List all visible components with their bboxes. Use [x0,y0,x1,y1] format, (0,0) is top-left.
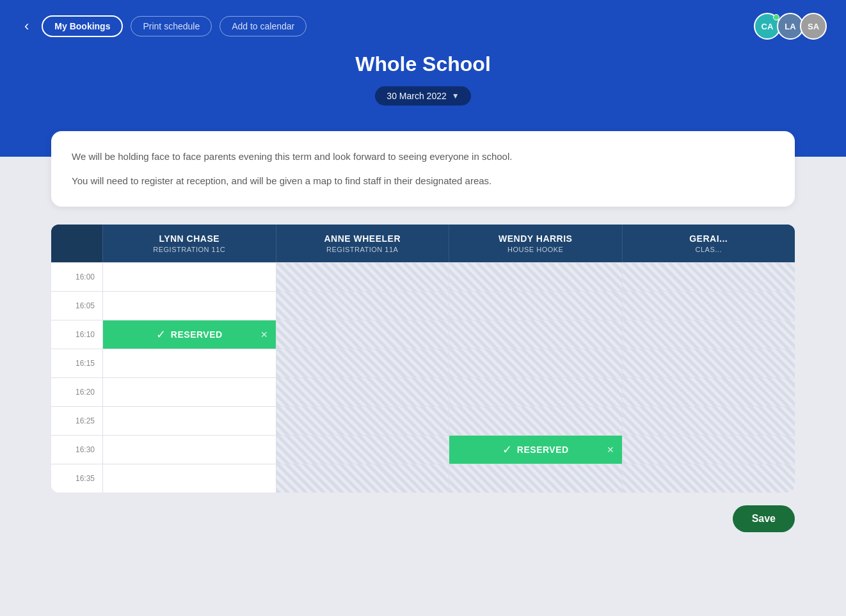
time-row-1600: 16:00 [51,262,795,291]
teacher-col-1: ANNE WHEELER REGISTRATION 11A [276,225,449,262]
slot-1615-3 [622,349,795,377]
teacher-name-1: ANNE WHEELER [284,233,442,244]
header-left: ‹ My Bookings Print schedule Add to cale… [19,15,307,37]
schedule-container: LYNN CHASE REGISTRATION 11C ANNE WHEELER… [51,225,795,493]
teacher-col-0: LYNN CHASE REGISTRATION 11C [102,225,276,262]
save-button[interactable]: Save [733,505,795,532]
slot-1600-2 [449,263,622,291]
time-row-1635: 16:35 [51,464,795,493]
avatar-ca-initials: CA [762,22,774,31]
date-badge-wrapper: 30 March 2022 ▼ [19,86,827,106]
slot-1605-1 [276,292,449,320]
time-label-1600: 16:00 [51,263,102,291]
slot-1630-1 [276,436,449,464]
time-row-1625: 16:25 [51,406,795,435]
date-picker[interactable]: 30 March 2022 ▼ [375,86,470,106]
teacher-role-1: REGISTRATION 11A [284,246,442,253]
save-button-container: Save [51,505,795,532]
slot-1625-2 [449,407,622,435]
slot-1625-0[interactable] [102,407,276,435]
reserved-check-icon-0: ✓ [156,328,166,342]
slot-1605-2 [449,292,622,320]
slot-1610-2 [449,320,622,349]
slot-1610-1 [276,320,449,349]
slot-1620-3 [622,378,795,406]
slot-1620-0[interactable] [102,378,276,406]
slot-1630-3 [622,436,795,464]
add-to-calendar-button[interactable]: Add to calendar [219,16,307,36]
slot-1600-3 [622,263,795,291]
info-card: We will be holding face to face parents … [51,131,795,207]
time-row-1605: 16:05 [51,291,795,320]
time-label-1630: 16:30 [51,436,102,464]
slot-1620-1 [276,378,449,406]
reserved-close-2[interactable]: ✕ [607,445,614,455]
time-label-1620: 16:20 [51,378,102,406]
teacher-name-0: LYNN CHASE [111,233,268,244]
time-label-1605: 16:05 [51,292,102,320]
time-row-1610: 16:10 ✓ RESERVED ✕ [51,320,795,349]
time-label-1615: 16:15 [51,349,102,377]
slot-1630-2-reserved[interactable]: ✓ RESERVED ✕ [449,436,622,464]
time-grid: 16:00 16:05 16:10 ✓ RESERVED ✕ [51,262,795,493]
teacher-col-2: WENDY HARRIS HOUSE HOOKE [449,225,622,262]
slot-1610-3 [622,320,795,349]
chevron-down-icon: ▼ [452,91,459,100]
info-line-1: We will be holding face to face parents … [72,149,774,164]
time-label-1625: 16:25 [51,407,102,435]
slot-1615-0[interactable] [102,349,276,377]
slot-1610-0-reserved[interactable]: ✓ RESERVED ✕ [102,320,276,349]
slot-1635-3 [622,464,795,493]
header-title-section: Whole School 30 March 2022 ▼ [19,52,827,106]
print-schedule-button[interactable]: Print schedule [131,16,212,36]
teacher-role-3: CLAS... [630,246,788,253]
time-row-1615: 16:15 [51,349,795,377]
selected-date: 30 March 2022 [387,91,446,101]
slot-1630-0[interactable] [102,436,276,464]
slot-1635-0[interactable] [102,464,276,493]
reserved-label-0: RESERVED [171,329,223,340]
my-bookings-button[interactable]: My Bookings [42,15,123,37]
time-column-header [51,225,102,262]
slot-1625-1 [276,407,449,435]
info-line-2: You will need to register at reception, … [72,173,774,189]
slot-1625-3 [622,407,795,435]
teacher-col-3: GERAI... CLAS... [622,225,795,262]
slot-1600-0[interactable] [102,263,276,291]
time-row-1630: 16:30 ✓ RESERVED ✕ [51,435,795,464]
time-label-1610: 16:10 [51,320,102,349]
page-title: Whole School [19,52,827,76]
avatar-group: CA LA SA [758,13,827,40]
avatar-sa[interactable]: SA [800,13,827,40]
reserved-label-2: RESERVED [517,445,569,455]
avatar-la-initials: LA [785,22,795,31]
header-top: ‹ My Bookings Print schedule Add to cale… [19,13,827,40]
slot-1620-2 [449,378,622,406]
avatar-sa-initials: SA [808,22,819,31]
reserved-check-icon-2: ✓ [502,443,512,457]
slot-1635-2 [449,464,622,493]
slot-1635-1 [276,464,449,493]
schedule-header: LYNN CHASE REGISTRATION 11C ANNE WHEELER… [51,225,795,262]
teacher-role-2: HOUSE HOOKE [457,246,614,253]
back-button[interactable]: ‹ [19,15,34,37]
slot-1615-1 [276,349,449,377]
slot-1605-3 [622,292,795,320]
teacher-name-3: GERAI... [630,233,788,244]
teacher-name-2: WENDY HARRIS [457,233,614,244]
reserved-close-0[interactable]: ✕ [260,329,268,340]
time-row-1620: 16:20 [51,377,795,406]
slot-1605-0[interactable] [102,292,276,320]
teacher-role-0: REGISTRATION 11C [111,246,268,253]
time-label-1635: 16:35 [51,464,102,493]
slot-1615-2 [449,349,622,377]
slot-1600-1 [276,263,449,291]
